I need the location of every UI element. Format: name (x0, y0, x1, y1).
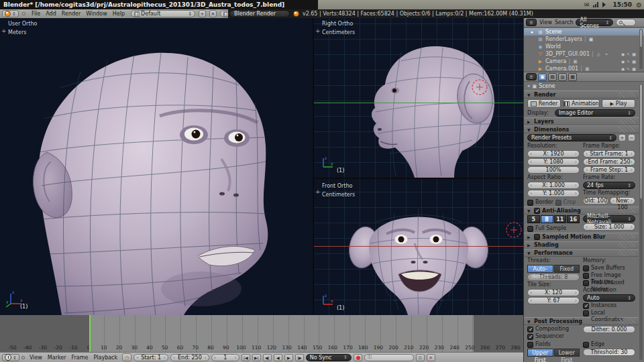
viewport-right-ortho[interactable]: Right Ortho Centimeters + z y (1) (314, 18, 523, 178)
sequencer-checkbox[interactable] (527, 334, 533, 340)
frame-rate-dropdown[interactable]: 24 fps (583, 182, 635, 189)
axis-gizmo[interactable]: z y (319, 156, 334, 171)
outliner-search-menu[interactable]: Search (555, 19, 573, 25)
end-frame-slider[interactable]: End Frame: 250 (583, 158, 635, 166)
aa-samples-16[interactable]: 16 (567, 215, 580, 223)
panel-header-shading[interactable]: ▶Shading (524, 241, 639, 249)
model-head-profile[interactable] (314, 18, 523, 178)
free-unused-nodes-checkbox[interactable] (583, 280, 589, 286)
display-dropdown[interactable]: Image Editor (555, 109, 635, 117)
play-button[interactable]: ▶ (284, 354, 293, 361)
delete-keyframe-button[interactable]: ✕ (427, 354, 435, 361)
instances-checkbox[interactable] (583, 303, 589, 309)
timeline-menu-item[interactable]: Playback (91, 355, 120, 361)
acceleration-dropdown[interactable]: Auto (583, 294, 635, 302)
start-frame-slider[interactable]: Start Frame: 1 (583, 150, 635, 158)
keying-set-field[interactable]: ⚿ (364, 354, 414, 361)
outliner-item-3d-ppt-gui[interactable]: ▽ 3D_PPT_GUI.001 | ◬ ⌁ ◉↖▦ (524, 50, 644, 58)
auto-keyframe-record-button[interactable] (354, 354, 362, 361)
volume-icon[interactable] (602, 2, 608, 7)
sync-mode-dropdown[interactable]: No Sync (306, 354, 352, 361)
border-checkbox[interactable] (527, 200, 533, 206)
save-buffers-checkbox[interactable] (583, 265, 589, 272)
menu-item[interactable]: Add (43, 11, 59, 17)
outliner-item-camera[interactable]: ▶ Camera | ▣ ◉↖▦ (524, 58, 644, 65)
lower-first-button[interactable]: Lower First (554, 349, 580, 357)
app-menu-dropdown[interactable] (2, 10, 19, 17)
compositing-checkbox[interactable] (527, 326, 533, 333)
panel-header-post-processing[interactable]: ▼Post Processing (524, 317, 639, 325)
region-expand-icon[interactable]: + (315, 27, 321, 34)
panel-header-render[interactable]: ▼Render (524, 90, 639, 99)
render-restrict-icon[interactable]: ▦ (632, 52, 636, 56)
tab-render[interactable]: ▣ (538, 73, 547, 81)
outliner-scrollbar[interactable] (639, 29, 643, 69)
outliner-item-world[interactable]: ◉ World (524, 43, 644, 50)
render-restrict-icon[interactable]: ▦ (632, 59, 636, 64)
editor-type-icon[interactable]: ☰ (526, 19, 537, 26)
remove-preset-button[interactable]: − (628, 134, 635, 141)
render-engine-dropdown[interactable]: Blender Render (229, 10, 290, 17)
resolution-y-slider[interactable]: Y: 1080 (527, 158, 580, 166)
local-coordinates-checkbox[interactable] (583, 310, 589, 316)
resolution-percent-slider[interactable]: 100% (527, 166, 580, 174)
model-head-front[interactable] (314, 179, 523, 315)
model-head-perspective[interactable] (0, 18, 313, 315)
threads-count-slider[interactable]: Threads: 8 (527, 274, 580, 281)
outliner-item-scene[interactable]: ▸ ◍ Scene (524, 28, 644, 36)
menu-item[interactable]: Window (83, 11, 110, 17)
menu-item[interactable]: File (29, 11, 43, 17)
outliner-view-menu[interactable]: View (539, 19, 552, 25)
fields-checkbox[interactable] (527, 342, 533, 348)
threads-fixed-button[interactable]: Fixed (554, 265, 580, 273)
dither-slider[interactable]: Dither: 0.000 (583, 326, 635, 333)
screen-layout-selector[interactable]: Default (131, 10, 195, 17)
timeline-menu-item[interactable]: Marker (45, 355, 69, 361)
tile-x-slider[interactable]: X: 120 (527, 289, 580, 296)
timeline-menu-item[interactable]: Frame (69, 355, 91, 361)
selectable-icon[interactable]: ↖ (627, 52, 630, 56)
preview-range-toggle[interactable]: ◷ (122, 353, 131, 361)
aspect-x-slider[interactable]: X: 1.000 (527, 182, 580, 189)
aa-samples-5[interactable]: 5 (527, 215, 540, 223)
pin-icon[interactable]: ⌖ (527, 83, 531, 90)
next-keyframe-button[interactable]: |▶ (295, 354, 304, 361)
render-button[interactable]: Render (527, 99, 561, 108)
anti-aliasing-checkbox[interactable] (534, 208, 540, 214)
render-presets-dropdown[interactable]: Render Presets (527, 134, 616, 141)
timeline-ruler[interactable]: -50-40-30-20-100102030405060708090100110… (0, 345, 523, 352)
panel-header-dimensions[interactable]: ▼Dimensions (524, 125, 639, 133)
outliner-scope-dropdown[interactable]: All Scenes (576, 19, 613, 26)
jump-to-start-button[interactable]: |◀ (241, 354, 250, 361)
hide-icon[interactable]: ◉ (621, 66, 625, 71)
aa-filter-dropdown[interactable]: Mitchell-Netravali (583, 215, 635, 223)
region-expand-icon[interactable]: + (1, 27, 7, 34)
edge-checkbox[interactable] (583, 342, 589, 348)
properties-scrollbar[interactable] (639, 84, 643, 360)
render-restrict-icon[interactable]: ▦ (632, 66, 636, 71)
frame-step-slider[interactable]: Frame Step: 1 (583, 166, 635, 174)
region-expand-icon[interactable]: + (315, 188, 321, 195)
add-preset-button[interactable]: + (619, 134, 626, 141)
play-reverse-button[interactable]: ◀ (274, 354, 282, 361)
viewport-front-ortho[interactable]: Front Ortho Centimeters + z x (1) (314, 179, 523, 315)
header-collapse-dot[interactable] (21, 356, 25, 359)
menu-item[interactable]: Render (59, 11, 83, 17)
axis-gizmo[interactable]: z x (319, 294, 334, 308)
animation-button[interactable]: Animation (563, 99, 600, 108)
tile-y-slider[interactable]: Y: 67 (527, 297, 580, 304)
previous-keyframe-button[interactable]: ◀| (263, 354, 272, 361)
selectable-icon[interactable]: ↖ (627, 59, 630, 64)
edge-threshold-slider[interactable]: Threshold: 30 (583, 349, 635, 356)
aa-size-slider[interactable]: Size: 1.000 (583, 223, 635, 231)
end-frame-field[interactable]: End: 250 (170, 354, 209, 361)
outliner-item-renderlayers[interactable]: ▤ RenderLayers | ▣ (524, 36, 644, 43)
network-signal-icon[interactable] (593, 2, 598, 7)
crop-checkbox[interactable] (555, 200, 561, 206)
outliner-item-camera-001[interactable]: ▶ Camera.001 | ▣ ◉↖▦ (524, 65, 644, 72)
timeline-editor-type-dropdown[interactable] (2, 354, 19, 361)
insert-keyframe-button[interactable]: ⚿ (416, 354, 425, 361)
expand-icon[interactable]: ▸ (529, 29, 535, 35)
motion-blur-checkbox[interactable] (534, 234, 540, 240)
jump-to-end-button[interactable]: ▶| (252, 354, 261, 361)
